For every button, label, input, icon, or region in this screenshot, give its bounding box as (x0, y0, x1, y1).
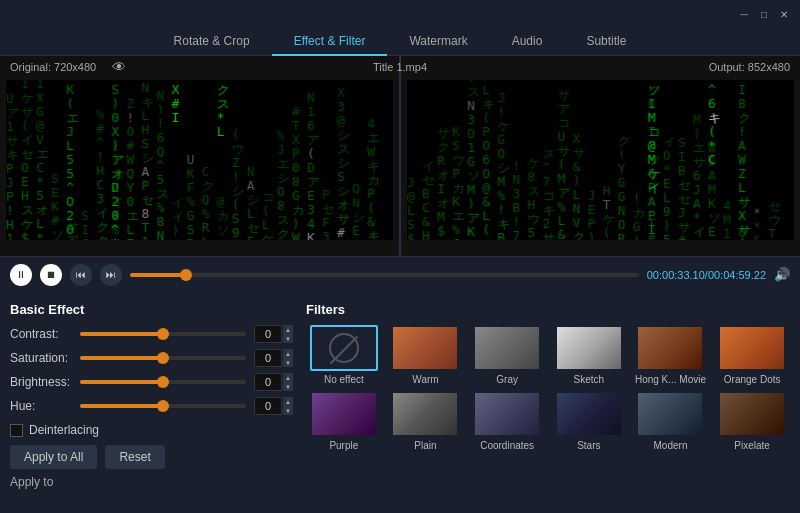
filter-plain[interactable]: Plain (388, 391, 464, 451)
filter-hk-movie-thumb (636, 325, 704, 371)
prev-button[interactable]: ⏮ (70, 264, 92, 286)
hue-value-box: ▲ ▼ (254, 397, 290, 415)
filter-sketch-label: Sketch (574, 374, 605, 385)
volume-icon[interactable]: 🔊 (774, 267, 790, 282)
minimize-button[interactable]: ─ (736, 6, 752, 22)
filter-purple-thumb (310, 391, 378, 437)
brightness-slider[interactable] (80, 380, 246, 384)
filter-no-effect[interactable]: No effect (306, 325, 382, 385)
filter-orange-dots[interactable]: Orange Dots (714, 325, 790, 385)
filter-purple[interactable]: Purple (306, 391, 382, 451)
tab-watermark[interactable]: Watermark (387, 28, 489, 56)
filter-modern-thumb (636, 391, 704, 437)
filters-panel: Filters No effect Warm (306, 302, 790, 513)
filter-coordinates[interactable]: Coordinates (469, 391, 545, 451)
right-video-wrapper (401, 56, 800, 256)
brightness-row: Brightness: ▲ ▼ (10, 373, 290, 391)
maximize-button[interactable]: □ (756, 6, 772, 22)
filter-hk-movie-label: Hong K... Movie (635, 374, 706, 385)
apply-to-label: Apply to (10, 475, 53, 489)
apply-to-all-button[interactable]: Apply to All (10, 445, 97, 469)
contrast-up[interactable]: ▲ (283, 325, 293, 334)
brightness-value-box: ▲ ▼ (254, 373, 290, 391)
saturation-input[interactable] (254, 349, 282, 367)
brightness-input[interactable] (254, 373, 282, 391)
title-label: Title 1.mp4 (373, 61, 427, 73)
filter-orange-dots-thumb (718, 325, 786, 371)
deinterlacing-checkbox[interactable] (10, 424, 23, 437)
brightness-up[interactable]: ▲ (283, 373, 293, 382)
filter-modern-label: Modern (654, 440, 688, 451)
title-bar: ─ □ ✕ (0, 0, 800, 28)
reset-button[interactable]: Reset (105, 445, 164, 469)
filter-pixelate-label: Pixelate (734, 440, 770, 451)
progress-fill (130, 273, 186, 277)
filter-gray[interactable]: Gray (469, 325, 545, 385)
tab-effect[interactable]: Effect & Filter (272, 28, 388, 56)
saturation-fill (80, 356, 163, 360)
no-effect-circle (329, 333, 359, 363)
saturation-row: Saturation: ▲ ▼ (10, 349, 290, 367)
contrast-input[interactable] (254, 325, 282, 343)
tab-audio[interactable]: Audio (490, 28, 565, 56)
original-label: Original: 720x480 (10, 61, 96, 73)
filter-purple-label: Purple (329, 440, 358, 451)
hue-down[interactable]: ▼ (283, 406, 293, 415)
tab-subtitle[interactable]: Subtitle (564, 28, 648, 56)
filters-title: Filters (306, 302, 790, 317)
filter-gray-label: Gray (496, 374, 518, 385)
progress-track[interactable] (130, 273, 639, 277)
filters-grid: No effect Warm Gray Ske (306, 325, 790, 451)
eye-icon[interactable]: 👁 (112, 59, 126, 75)
contrast-label: Contrast: (10, 327, 80, 341)
hue-input[interactable] (254, 397, 282, 415)
filter-coordinates-label: Coordinates (480, 440, 534, 451)
brightness-down[interactable]: ▼ (283, 382, 293, 391)
output-video-frame (407, 80, 794, 240)
controls-bar: ⏸ ⏹ ⏮ ⏭ 00:00:33.10/00:04:59.22 🔊 (0, 256, 800, 292)
brightness-thumb[interactable] (157, 376, 169, 388)
contrast-fill (80, 332, 163, 336)
contrast-row: Contrast: ▲ ▼ (10, 325, 290, 343)
deinterlacing-label: Deinterlacing (29, 423, 99, 437)
next-button[interactable]: ⏭ (100, 264, 122, 286)
filter-pixelate[interactable]: Pixelate (714, 391, 790, 451)
filter-sketch[interactable]: Sketch (551, 325, 627, 385)
hue-spinner: ▲ ▼ (283, 397, 293, 415)
tab-rotate[interactable]: Rotate & Crop (152, 28, 272, 56)
contrast-down[interactable]: ▼ (283, 334, 293, 343)
time-display: 00:00:33.10/00:04:59.22 (647, 269, 766, 281)
hue-thumb[interactable] (157, 400, 169, 412)
filter-modern[interactable]: Modern (633, 391, 709, 451)
filter-stars-thumb (555, 391, 623, 437)
filter-hk-movie[interactable]: Hong K... Movie (633, 325, 709, 385)
deinterlacing-row: Deinterlacing (10, 423, 290, 437)
basic-effect-panel: Basic Effect Contrast: ▲ ▼ Saturation: (10, 302, 290, 513)
saturation-slider[interactable] (80, 356, 246, 360)
pause-button[interactable]: ⏸ (10, 264, 32, 286)
hue-slider[interactable] (80, 404, 246, 408)
filter-stars-label: Stars (577, 440, 600, 451)
close-button[interactable]: ✕ (776, 6, 792, 22)
saturation-label: Saturation: (10, 351, 80, 365)
brightness-spinner: ▲ ▼ (283, 373, 293, 391)
contrast-thumb[interactable] (157, 328, 169, 340)
hue-label: Hue: (10, 399, 80, 413)
contrast-slider[interactable] (80, 332, 246, 336)
filter-warm[interactable]: Warm (388, 325, 464, 385)
saturation-up[interactable]: ▲ (283, 349, 293, 358)
filter-stars[interactable]: Stars (551, 391, 627, 451)
stop-button[interactable]: ⏹ (40, 264, 62, 286)
saturation-thumb[interactable] (157, 352, 169, 364)
saturation-down[interactable]: ▼ (283, 358, 293, 367)
hue-row: Hue: ▲ ▼ (10, 397, 290, 415)
hue-up[interactable]: ▲ (283, 397, 293, 406)
filter-pixelate-thumb (718, 391, 786, 437)
brightness-fill (80, 380, 163, 384)
hue-fill (80, 404, 163, 408)
progress-thumb[interactable] (180, 269, 192, 281)
video-area: Original: 720x480 👁 Title 1.mp4 Output: … (0, 56, 800, 256)
original-video-frame (6, 80, 393, 240)
brightness-label: Brightness: (10, 375, 80, 389)
filter-warm-thumb (391, 325, 459, 371)
